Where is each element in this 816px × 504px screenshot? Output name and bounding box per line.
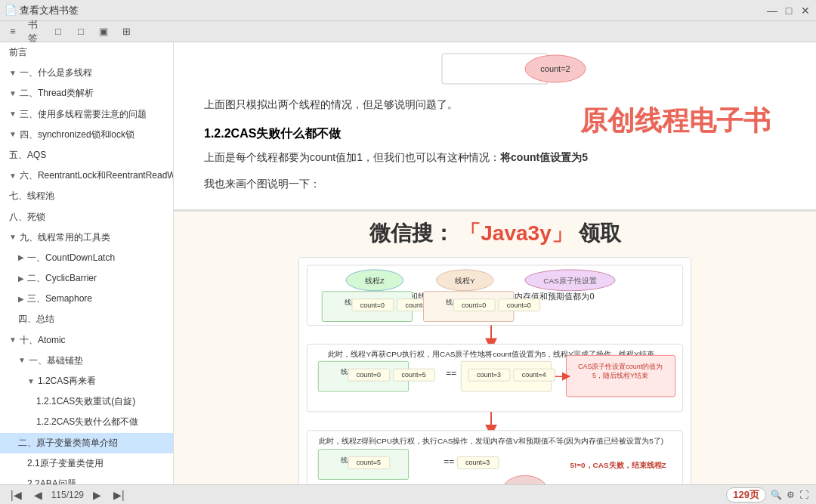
svg-text:count=0: count=0	[507, 301, 531, 308]
sidebar-item-3[interactable]: ▼ 三、使用多线程需要注意的问题	[0, 104, 173, 125]
arrow-icon-2: ▼	[9, 88, 17, 100]
minimize-button[interactable]: —	[766, 5, 778, 17]
window-title: 查看文档书签	[20, 4, 79, 17]
sidebar-item-7[interactable]: 七、线程池	[0, 186, 173, 206]
para2: 我也来画个图说明一下：	[204, 175, 786, 193]
sidebar-item-atomic-intro[interactable]: 二、原子变量类简单介绍	[0, 433, 173, 453]
sidebar-label-summary: 四、总结	[18, 312, 54, 326]
sidebar-item-22[interactable]: 2.2ABA问题	[0, 474, 173, 484]
svg-text:线程Z: 线程Z	[365, 276, 385, 284]
arrow-icon-9: ▼	[9, 231, 17, 243]
sidebar-item-preface[interactable]: 前言	[0, 42, 173, 63]
window-controls: — □ ✕	[766, 5, 811, 17]
svg-text:5，随后线程Y结束: 5，随后线程Y结束	[592, 372, 648, 379]
toolbar-bookmark-label[interactable]: 书签	[27, 23, 44, 40]
sidebar-label-cas: 1.2CAS再来看	[38, 374, 96, 388]
close-button[interactable]: ✕	[799, 5, 811, 17]
settings-icon: ⚙	[787, 490, 795, 500]
sidebar-item-6[interactable]: ▼ 六、ReentrantLock和ReentrantReadW...	[0, 165, 173, 186]
sidebar-label-cas2: 1.2.2CAS失败什么都不做	[36, 415, 138, 429]
wechat-name: 「Java3y」	[459, 221, 572, 245]
para1: 上面是每个线程都要为count值加1，但我们也可以有这种情况：将count值设置…	[204, 148, 786, 167]
fullscreen-icon[interactable]: ⛶	[799, 490, 808, 500]
view-icon: 🔍	[771, 490, 782, 500]
app-icon: 📄	[5, 5, 17, 16]
sidebar-item-8[interactable]: 八、死锁	[0, 207, 173, 227]
svg-text:count=0: count=0	[462, 301, 486, 308]
sidebar-item-countdown[interactable]: ▶ 一、CountDownLatch	[0, 248, 173, 268]
toolbar-btn1[interactable]: □	[50, 23, 66, 40]
prev-page-button[interactable]: ◀	[31, 488, 45, 502]
top-diagram-svg: count=2	[397, 50, 593, 88]
toolbar-btn2[interactable]: □	[73, 23, 89, 40]
sidebar-label-4: 四、synchronized锁和lock锁	[20, 128, 134, 142]
sidebar-item-summary[interactable]: 四、总结	[0, 309, 173, 329]
sidebar-label-3: 三、使用多线程需要注意的问题	[20, 107, 147, 122]
sidebar-label-2: 二、Thread类解析	[20, 86, 94, 100]
sidebar-item-cas[interactable]: ▼ 1.2CAS再来看	[0, 371, 173, 391]
maximize-button[interactable]: □	[783, 5, 795, 17]
sidebar-item-cas2[interactable]: 1.2.2CAS失败什么都不做	[0, 412, 173, 432]
toolbar-menu-icon[interactable]: ≡	[5, 23, 21, 40]
svg-text:CAS原子性设置: CAS原子性设置	[543, 276, 596, 284]
arrow-icon-6: ▼	[9, 170, 17, 182]
toolbar-btn4[interactable]: ⊞	[118, 23, 134, 40]
status-bar: |◀ ◀ 115/129 ▶ ▶| 129页 🔍 ⚙ ⛶	[0, 484, 816, 504]
sidebar-item-4[interactable]: ▼ 四、synchronized锁和lock锁	[0, 125, 173, 145]
arrow-icon-cas: ▼	[27, 376, 35, 388]
svg-text:count=0: count=0	[357, 371, 381, 379]
svg-text:5!=0，CAS失败，结束线程Z: 5!=0，CAS失败，结束线程Z	[570, 461, 666, 469]
sidebar-label-cyclic: 二、CyclicBarrier	[27, 271, 97, 286]
sidebar-label-semaphore: 三、Semaphore	[27, 292, 92, 306]
flow-diagram: 线程Z和线程Y同时进来，读取到的内存值和预期值都为0 线程Z 线程Y CAS原子…	[298, 257, 691, 484]
content-area: count=2 上面图只模拟出两个线程的情况，但足够说明问题了。 1.2.2CA…	[174, 42, 816, 484]
last-page-button[interactable]: ▶|	[110, 488, 128, 502]
sidebar-label-cas1: 1.2.1CAS失败重试(自旋)	[36, 394, 135, 409]
sidebar-item-cas1[interactable]: 1.2.1CAS失败重试(自旋)	[0, 391, 173, 412]
arrow-icon-countdown: ▶	[18, 252, 24, 264]
main-layout: 前言 ▼ 一、什么是多线程 ▼ 二、Thread类解析 ▼ 三、使用多线程需要注…	[0, 42, 816, 484]
svg-text:count=3: count=3	[477, 371, 501, 379]
arrow-icon-atomic: ▼	[9, 334, 17, 346]
svg-text:count=4: count=4	[522, 371, 546, 379]
next-page-button[interactable]: ▶	[90, 488, 104, 502]
sidebar-item-base[interactable]: ▼ 一、基础铺垫	[0, 351, 173, 371]
toolbar: ≡ 书签 □ □ ▣ ⊞	[0, 21, 816, 42]
sidebar-label-1: 一、什么是多线程	[20, 66, 92, 80]
sidebar-label: 前言	[9, 45, 27, 60]
sidebar-item-cyclicbarrier[interactable]: ▶ 二、CyclicBarrier	[0, 268, 173, 289]
sidebar-label-countdown: 一、CountDownLatch	[27, 251, 115, 265]
sidebar-item-1[interactable]: ▼ 一、什么是多线程	[0, 63, 173, 83]
sidebar-item-5[interactable]: 五、AQS	[0, 145, 173, 165]
sidebar-item-2[interactable]: ▼ 二、Thread类解析	[0, 83, 173, 104]
svg-text:count=0: count=0	[360, 301, 385, 308]
sidebar-label-7: 七、线程池	[9, 189, 54, 203]
sidebar-label-atomic: 十、Atomic	[20, 333, 66, 348]
sidebar-label-atomic-intro: 二、原子变量类简单介绍	[18, 436, 118, 450]
first-page-button[interactable]: |◀	[8, 488, 25, 502]
sidebar-label-6: 六、ReentrantLock和ReentrantReadW...	[20, 169, 173, 183]
sidebar-label-8: 八、死锁	[9, 210, 45, 224]
svg-text:count=3: count=3	[465, 459, 490, 466]
sidebar-label-5: 五、AQS	[9, 148, 46, 162]
sidebar-item-9[interactable]: ▼ 九、线程常用的工具类	[0, 227, 173, 248]
sidebar-item-semaphore[interactable]: ▶ 三、Semaphore	[0, 289, 173, 309]
svg-text:count=5: count=5	[357, 459, 381, 466]
arrow-icon-1: ▼	[9, 67, 17, 79]
title-bar: 📄 查看文档书签	[5, 4, 79, 17]
status-right: 129页 🔍 ⚙ ⛶	[726, 487, 808, 502]
sidebar-item-atomic[interactable]: ▼ 十、Atomic	[0, 330, 173, 351]
svg-text:线程Y: 线程Y	[455, 276, 475, 284]
sidebar-item-21[interactable]: 2.1原子变量类使用	[0, 453, 173, 474]
sidebar-label-9: 九、线程常用的工具类	[20, 230, 110, 245]
sidebar-label-base: 一、基础铺垫	[29, 354, 83, 368]
sidebar-label-22: 2.2ABA问题	[27, 477, 76, 484]
wechat-title: 微信搜：	[369, 221, 454, 245]
page-badge: 129页	[726, 487, 766, 502]
svg-text:==: ==	[444, 456, 454, 467]
svg-text:count=5: count=5	[402, 371, 426, 379]
arrow-icon-cyclic: ▶	[18, 273, 24, 285]
toolbar-btn3[interactable]: ▣	[95, 23, 112, 40]
svg-text:count=2: count=2	[540, 64, 570, 73]
page-display: 115/129	[51, 490, 84, 500]
